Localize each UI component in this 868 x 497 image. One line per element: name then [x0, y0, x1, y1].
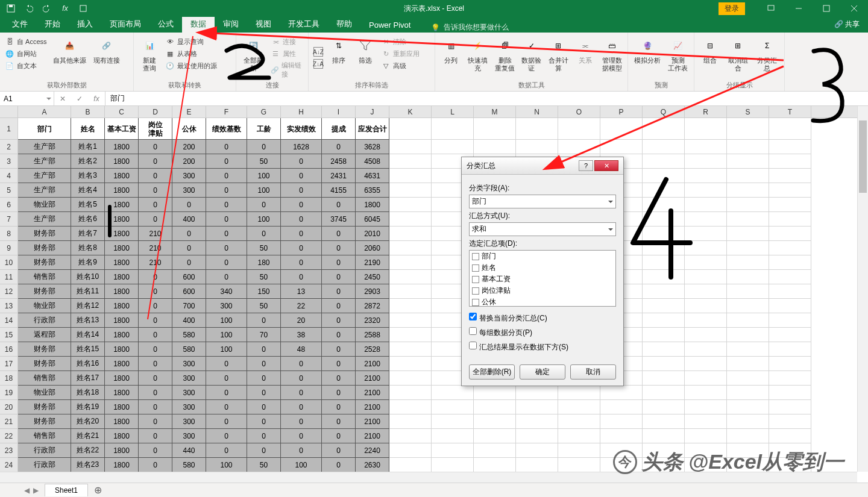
row-header[interactable]: 22 [0, 429, 17, 443]
existing-conn-button[interactable]: 🔗现有连接 [91, 35, 122, 80]
cell[interactable]: 0 [281, 255, 322, 270]
cell[interactable]: 700 [172, 299, 206, 313]
cell[interactable] [685, 371, 727, 386]
cell[interactable] [516, 118, 558, 140]
cell[interactable]: 2100 [356, 386, 389, 400]
cell[interactable]: 0 [172, 198, 206, 212]
cell[interactable] [474, 458, 516, 472]
cell[interactable] [643, 255, 685, 270]
row-header[interactable]: 6 [0, 198, 17, 212]
from-text-button[interactable]: 📄自文本 [4, 60, 48, 71]
cell[interactable]: 0 [206, 140, 247, 154]
cell[interactable] [516, 458, 558, 472]
cell[interactable] [769, 299, 811, 313]
cell[interactable] [389, 357, 432, 371]
cell[interactable] [389, 443, 432, 458]
cell[interactable]: 销售部 [18, 371, 71, 386]
connections-button[interactable]: ⫘连接 [269, 36, 304, 47]
cell[interactable]: 4155 [322, 183, 356, 198]
cell[interactable]: 生产部 [18, 140, 71, 154]
tab-公式[interactable]: 公式 [149, 16, 182, 33]
cell[interactable]: 姓名3 [71, 169, 105, 183]
remove-all-button[interactable]: 全部删除(R) [469, 364, 515, 380]
tab-文件[interactable]: 文件 [4, 16, 36, 33]
cell[interactable] [685, 255, 727, 270]
cell[interactable]: 340 [206, 284, 247, 299]
cell[interactable] [432, 118, 474, 140]
cell[interactable] [727, 371, 769, 386]
cell[interactable]: 0 [247, 429, 281, 443]
cell[interactable]: 6045 [356, 212, 389, 227]
cell[interactable]: 财务部 [18, 414, 71, 429]
column-headers[interactable]: ABCDEFGHIJKLMNOPQRST [18, 106, 857, 118]
cell[interactable] [685, 241, 727, 255]
cell[interactable] [685, 328, 727, 342]
row-header[interactable]: 2 [0, 140, 17, 154]
col-header[interactable]: K [389, 106, 432, 117]
cell[interactable]: 2240 [356, 443, 389, 458]
cell[interactable] [769, 270, 811, 284]
cell[interactable]: 姓名13 [71, 313, 105, 328]
cell[interactable] [558, 443, 600, 458]
cell[interactable] [389, 299, 432, 313]
cell[interactable] [389, 118, 432, 140]
share-button[interactable]: 🔗 共享 [826, 16, 868, 33]
row-header[interactable]: 3 [0, 154, 17, 169]
cell[interactable] [643, 241, 685, 255]
cell[interactable] [474, 414, 516, 429]
cell[interactable]: 0 [139, 313, 172, 328]
cell[interactable] [769, 371, 811, 386]
cell[interactable] [516, 140, 558, 154]
cell[interactable] [727, 357, 769, 371]
cell[interactable]: 姓名4 [71, 183, 105, 198]
cell[interactable] [600, 386, 643, 400]
data-validation-button[interactable]: ✓数据验 证 [520, 35, 544, 80]
cell[interactable]: 0 [139, 140, 172, 154]
cell[interactable]: 210 [139, 227, 172, 241]
cell[interactable]: 0 [247, 414, 281, 429]
row-header[interactable]: 16 [0, 342, 17, 357]
tab-帮助[interactable]: 帮助 [328, 16, 360, 33]
cell[interactable]: 1800 [105, 328, 139, 342]
col-header[interactable]: P [600, 106, 643, 117]
list-item[interactable]: 基本工资 [470, 274, 615, 285]
cell[interactable] [389, 400, 432, 414]
cell[interactable]: 580 [172, 328, 206, 342]
cell[interactable]: 0 [281, 212, 322, 227]
cell[interactable]: 0 [139, 429, 172, 443]
list-item[interactable]: 岗位津贴 [470, 285, 615, 296]
cell[interactable] [389, 429, 432, 443]
cell[interactable]: 姓名23 [71, 458, 105, 472]
name-box[interactable]: A1 [0, 92, 54, 105]
tab-数据[interactable]: 数据 [182, 16, 215, 33]
cell[interactable]: 0 [281, 227, 322, 241]
cell[interactable] [727, 118, 769, 140]
cell[interactable] [727, 227, 769, 241]
dialog-close-icon[interactable]: ✕ [594, 160, 618, 171]
cell[interactable]: 岗位 津贴 [139, 118, 172, 140]
cell[interactable]: 0 [206, 183, 247, 198]
cell[interactable] [769, 342, 811, 357]
cell[interactable] [727, 313, 769, 328]
cell[interactable] [389, 342, 432, 357]
cell[interactable]: 0 [206, 429, 247, 443]
cell[interactable] [769, 328, 811, 342]
cell[interactable]: 0 [322, 198, 356, 212]
cell[interactable]: 姓名2 [71, 154, 105, 169]
cell[interactable]: 物业部 [18, 198, 71, 212]
col-header[interactable]: G [247, 106, 281, 117]
cell[interactable] [685, 198, 727, 212]
scrollbar-thumb[interactable] [859, 120, 867, 193]
row-headers[interactable]: 123456789101112131415161718192021222324 [0, 118, 18, 472]
cell[interactable]: 0 [281, 183, 322, 198]
cell[interactable]: 0 [139, 328, 172, 342]
cell[interactable]: 300 [172, 371, 206, 386]
cell[interactable] [727, 299, 769, 313]
data-model-button[interactable]: 🗃管理数 据模型 [600, 35, 624, 80]
pagebreak-checkbox[interactable]: 每组数据分页(P) [469, 327, 616, 338]
cell[interactable]: 0 [322, 414, 356, 429]
cell[interactable]: 3628 [356, 140, 389, 154]
cell[interactable]: 0 [322, 284, 356, 299]
cell[interactable]: 0 [247, 371, 281, 386]
cell[interactable]: 部门 [18, 118, 71, 140]
